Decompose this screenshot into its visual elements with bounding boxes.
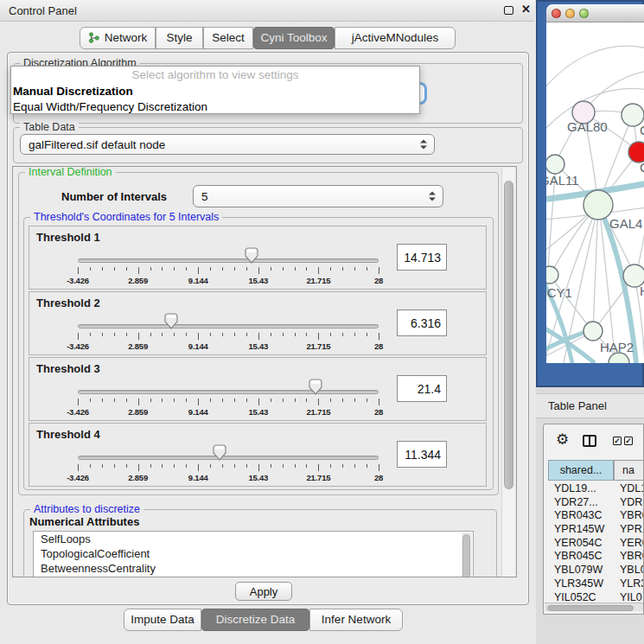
tick-mark [367,333,367,336]
attribute-list-item[interactable]: BetweennessCentrality [34,561,473,576]
tab-style[interactable]: Style [156,27,203,49]
algorithm-placeholder: Select algorithm to view settings [11,67,419,83]
tick-mark [379,399,379,405]
tick-mark [222,333,223,336]
number-of-intervals-value: 5 [201,190,208,203]
tick-mark [126,399,127,402]
list-scrollbar-thumb[interactable] [462,534,470,577]
zoom-window-icon[interactable] [579,9,589,18]
numerical-attributes-label: Numerical Attributes [29,515,139,528]
tick-label: 2.859 [128,473,148,482]
network-node[interactable] [583,190,613,220]
network-node[interactable] [546,266,558,284]
threshold-slider-thumb[interactable] [213,444,226,461]
tick-mark [367,267,367,271]
number-of-intervals-combo[interactable]: 5 [193,185,443,207]
threshold-slider-thumb[interactable] [245,247,258,264]
threshold-value-input[interactable] [397,244,447,271]
tick-mark [78,267,79,274]
gear-icon[interactable]: ⚙ [556,430,569,448]
tick-mark [138,267,139,274]
settings-scrollbar-thumb[interactable] [504,181,513,489]
column-header-shared-name[interactable]: shared... [548,460,614,481]
table-row[interactable]: YBR045CYBR0 [544,549,644,563]
tick-mark [102,399,103,402]
tab-infer-network[interactable]: Infer Network [309,609,403,631]
tick-mark [354,464,355,468]
tick-mark [283,267,284,271]
network-window-titlebar[interactable] [546,4,644,22]
tick-mark [78,399,79,405]
settings-scrollbar[interactable] [501,168,514,577]
table-row[interactable]: YDL19...YDL1 [544,481,644,495]
tick-label: 15.43 [248,341,268,351]
tab-jactivemnodules[interactable]: jActiveMNodules [335,27,456,49]
threshold-value-input[interactable] [397,441,447,468]
tick-mark [198,464,199,471]
tab-cyni-toolbox[interactable]: Cyni Toolbox [253,27,335,49]
tick-mark [90,333,91,336]
split-view-icon[interactable] [583,435,596,447]
numerical-attributes-list[interactable]: SelfLoopsTopologicalCoefficientBetweenne… [33,531,474,577]
table-row[interactable]: YBR043CYBR0 [544,508,644,522]
list-scrollbar[interactable] [462,532,472,577]
threshold-value-input[interactable] [397,309,447,336]
table-row[interactable]: YDR27...YDR2 [544,495,644,509]
tick-mark [102,267,103,271]
table-data-combo[interactable]: galFiltered.sif default node [20,134,435,155]
application-window: Control Panel ✕ Network Style Select Cyn… [0,0,644,644]
tab-select[interactable]: Select [203,27,253,49]
apply-button[interactable]: Apply [235,582,292,601]
tick-mark [138,464,139,471]
column-header-name[interactable]: na [614,460,644,481]
table-row[interactable]: YIL052CYIL0 [544,590,644,604]
table-row[interactable]: YLR345WYLR3 [544,577,644,590]
tick-mark [342,399,343,402]
float-icon[interactable] [504,6,513,15]
tick-mark [162,333,163,336]
tick-mark [198,399,199,405]
close-window-icon[interactable] [552,9,561,18]
attribute-list-item[interactable]: TopologicalCoefficient [34,546,473,561]
checkbox-icon[interactable]: ✓ [624,437,633,445]
algorithm-option-equal-width[interactable]: Equal Width/Frequency Discretization [11,99,419,115]
algorithm-option-manual[interactable]: Manual Discretization [11,83,419,99]
node-label: GAL4 [609,216,642,231]
network-node[interactable] [546,155,564,174]
combo-arrows-icon [420,140,427,150]
tick-mark [186,333,187,336]
threshold-panel: Threshold 2 -3.4262.8599.14415.4321.7152… [29,291,487,355]
network-canvas[interactable]: GAL80GAL11GAL4GCY1HAP2GACH [546,22,644,363]
tick-mark [114,399,115,402]
network-node[interactable] [583,322,603,341]
network-view-window[interactable]: GAL80GAL11GAL4GCY1HAP2GACH [536,0,644,387]
tab-network[interactable]: Network [80,27,156,49]
attribute-list-item[interactable]: SelfLoops [34,532,473,546]
tick-mark [318,399,319,405]
attributes-group-title: Attributes to discretize [30,503,143,515]
table-hscrollbar[interactable] [545,603,644,611]
cell-shared-name: YLR345W [554,577,603,590]
tab-discretize-data[interactable]: Discretize Data [201,609,309,631]
threshold-slider-thumb[interactable] [164,313,178,329]
table-row[interactable]: YPR145WYPR1 [544,522,644,536]
tick-label: 15.43 [248,276,268,285]
close-icon[interactable]: ✕ [521,3,531,16]
table-hscrollbar-thumb[interactable] [547,605,634,611]
table-row[interactable]: YBL079WYBL0 [544,563,644,577]
tick-mark [258,267,259,274]
tick-mark [379,333,379,340]
threshold-slider-thumb[interactable] [309,379,322,395]
tick-mark [138,399,139,405]
tick-mark [210,399,211,402]
minimize-window-icon[interactable] [565,9,575,18]
number-of-intervals-label: Number of Intervals [61,190,167,203]
checkbox-icon[interactable]: ✓ [613,437,622,445]
table-row[interactable]: YER054CYER0 [544,536,644,550]
tab-impute-data[interactable]: Impute Data [124,609,201,631]
threshold-value-input[interactable] [397,375,447,402]
tick-mark [295,333,296,336]
tab-label: Discretize Data [216,613,296,626]
table-data-combo-value: galFiltered.sif default node [29,138,165,151]
tick-label: 2.859 [128,276,148,285]
